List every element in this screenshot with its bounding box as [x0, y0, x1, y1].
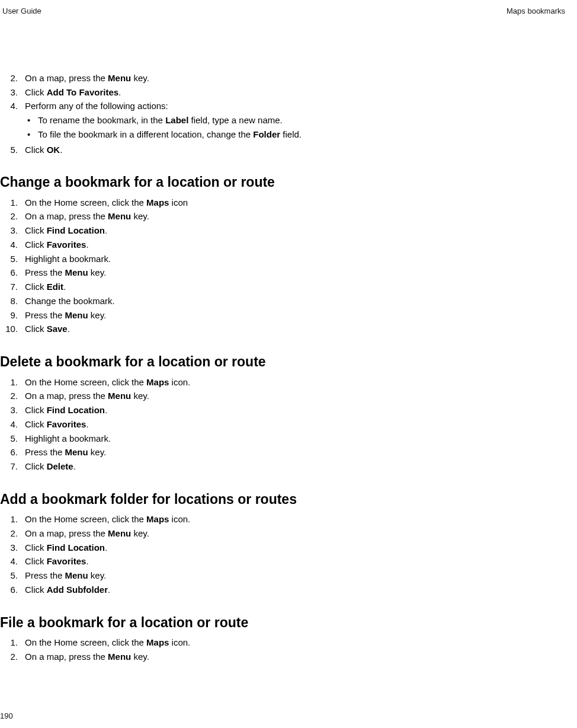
list-item: 9.Press the Menu key.	[0, 309, 566, 322]
step-body: Click Add Subfolder.	[25, 583, 566, 596]
list-item: 7.Click Delete.	[0, 460, 566, 473]
list-item: 3.Click Find Location.	[0, 404, 566, 417]
section-steps: 1.On the Home screen, click the Maps ico…	[0, 636, 566, 663]
list-item: 5.Highlight a bookmark.	[0, 432, 566, 445]
list-item: 4.Perform any of the following actions:•…	[0, 100, 566, 142]
list-item: 2.On a map, press the Menu key.	[0, 210, 566, 223]
step-body: Click Edit.	[25, 280, 566, 293]
step-body: Highlight a bookmark.	[25, 253, 566, 266]
list-item: 1.On the Home screen, click the Maps ico…	[0, 196, 566, 209]
list-item: 3.Click Find Location.	[0, 224, 566, 237]
step-number: 7.	[0, 460, 25, 473]
list-item: 6.Press the Menu key.	[0, 446, 566, 459]
step-number: 3.	[0, 541, 25, 554]
step-body: Change the bookmark.	[25, 295, 566, 308]
step-body: On a map, press the Menu key.	[25, 72, 566, 85]
section-steps: 1.On the Home screen, click the Maps ico…	[0, 196, 566, 336]
step-number: 7.	[0, 280, 25, 293]
step-body: Click Favorites.	[25, 418, 566, 431]
list-item: 4.Click Favorites.	[0, 238, 566, 251]
section-title: Change a bookmark for a location or rout…	[0, 173, 566, 192]
step-body: Click Save.	[25, 323, 566, 336]
list-item: 5.Press the Menu key.	[0, 569, 566, 582]
list-item: 10.Click Save.	[0, 323, 566, 336]
intro-steps: 2.On a map, press the Menu key.3.Click A…	[0, 72, 566, 157]
step-number: 6.	[0, 583, 25, 596]
header-left: User Guide	[2, 6, 41, 17]
step-number: 5.	[0, 569, 25, 582]
list-item: 1.On the Home screen, click the Maps ico…	[0, 636, 566, 649]
list-item: •To file the bookmark in a different loc…	[25, 128, 566, 141]
step-number: 2.	[0, 210, 25, 223]
step-number: 2.	[0, 72, 25, 85]
substep-body: To rename the bookmark, in the Label fie…	[38, 114, 566, 127]
step-number: 4.	[0, 238, 25, 251]
section-title: File a bookmark for a location or route	[0, 613, 566, 633]
list-item: 5.Click OK.	[0, 143, 566, 157]
list-item: 2.On a map, press the Menu key.	[0, 72, 566, 85]
step-number: 2.	[0, 527, 25, 540]
step-number: 3.	[0, 224, 25, 237]
step-number: 4.	[0, 100, 25, 113]
substep-body: To file the bookmark in a different loca…	[38, 128, 566, 141]
section-title: Delete a bookmark for a location or rout…	[0, 352, 566, 372]
substeps: •To rename the bookmark, in the Label fi…	[25, 114, 566, 141]
step-body: Click Favorites.	[25, 238, 566, 251]
list-item: 3.Click Add To Favorites.	[0, 86, 566, 99]
step-number: 10.	[0, 323, 25, 336]
step-body: On the Home screen, click the Maps icon	[25, 196, 566, 209]
step-body: Click OK.	[25, 143, 566, 157]
step-number: 9.	[0, 309, 25, 322]
list-item: 1.On the Home screen, click the Maps ico…	[0, 376, 566, 389]
step-number: 1.	[0, 513, 25, 526]
step-body: On a map, press the Menu key.	[25, 210, 566, 223]
list-item: 3.Click Find Location.	[0, 541, 566, 554]
step-number: 4.	[0, 418, 25, 431]
step-number: 8.	[0, 295, 25, 308]
bullet-icon: •	[25, 128, 38, 141]
list-item: 1.On the Home screen, click the Maps ico…	[0, 513, 566, 526]
step-body: Click Favorites.	[25, 555, 566, 568]
section-title: Add a bookmark folder for locations or r…	[0, 490, 566, 509]
list-item: 2.On a map, press the Menu key.	[0, 527, 566, 540]
step-body: On a map, press the Menu key.	[25, 527, 566, 540]
step-number: 3.	[0, 86, 25, 99]
step-body: On the Home screen, click the Maps icon.	[25, 636, 566, 649]
step-number: 1.	[0, 376, 25, 389]
step-number: 1.	[0, 636, 25, 649]
step-body: Click Delete.	[25, 460, 566, 473]
list-item: 4.Click Favorites.	[0, 418, 566, 431]
step-number: 4.	[0, 555, 25, 568]
step-body: Click Add To Favorites.	[25, 86, 566, 99]
step-number: 5.	[0, 143, 25, 157]
page: User Guide Maps bookmarks 2.On a map, pr…	[0, 0, 577, 728]
list-item: 8.Change the bookmark.	[0, 295, 566, 308]
step-number: 2.	[0, 650, 25, 663]
step-number: 1.	[0, 196, 25, 209]
page-content: 2.On a map, press the Menu key.3.Click A…	[0, 17, 566, 663]
step-body: On the Home screen, click the Maps icon.	[25, 376, 566, 389]
step-number: 6.	[0, 446, 25, 459]
step-number: 2.	[0, 389, 25, 403]
list-item: 4.Click Favorites.	[0, 555, 566, 568]
step-body: Highlight a bookmark.	[25, 432, 566, 445]
step-body: On the Home screen, click the Maps icon.	[25, 513, 566, 526]
section-steps: 1.On the Home screen, click the Maps ico…	[0, 376, 566, 473]
step-body: Click Find Location.	[25, 404, 566, 417]
step-body: Perform any of the following actions:•To…	[25, 100, 566, 142]
list-item: 2.On a map, press the Menu key.	[0, 650, 566, 663]
header-right: Maps bookmarks	[507, 6, 565, 17]
step-number: 5.	[0, 432, 25, 445]
list-item: 6.Press the Menu key.	[0, 266, 566, 279]
page-header: User Guide Maps bookmarks	[0, 6, 566, 17]
step-body: Press the Menu key.	[25, 309, 566, 322]
step-number: 6.	[0, 266, 25, 279]
bullet-icon: •	[25, 114, 38, 127]
page-number: 190	[0, 711, 13, 722]
section-steps: 1.On the Home screen, click the Maps ico…	[0, 513, 566, 596]
step-body: Click Find Location.	[25, 224, 566, 237]
step-body: Click Find Location.	[25, 541, 566, 554]
step-number: 5.	[0, 253, 25, 266]
step-body: On a map, press the Menu key.	[25, 650, 566, 663]
step-body: On a map, press the Menu key.	[25, 389, 566, 403]
